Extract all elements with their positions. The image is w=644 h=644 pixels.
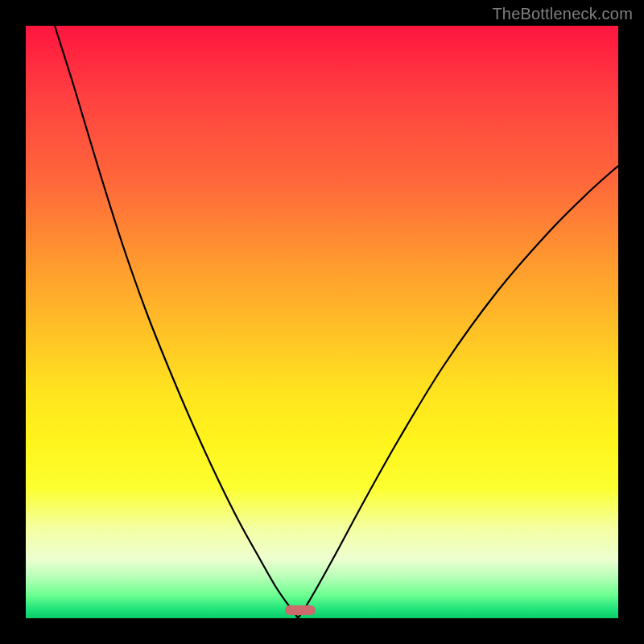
curve-left-branch — [55, 26, 298, 618]
watermark-text: TheBottleneck.com — [492, 5, 633, 23]
curve-right-branch — [298, 166, 618, 618]
chart-frame: TheBottleneck.com — [0, 0, 644, 644]
plot-area — [26, 26, 618, 618]
bottleneck-curve — [26, 26, 618, 618]
optimal-marker — [285, 605, 316, 615]
